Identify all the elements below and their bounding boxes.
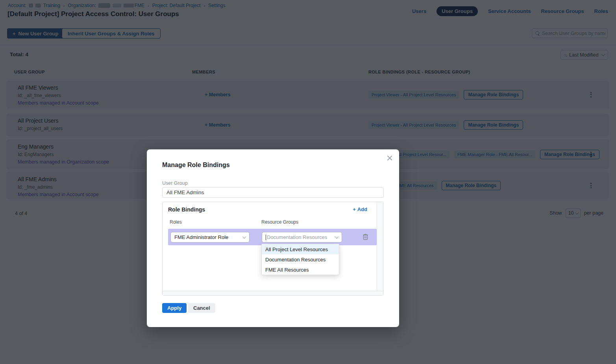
manage-role-bindings-modal: Manage Role Bindings User Group Role Bin… [147, 149, 399, 327]
dropdown-option[interactable]: FME All Resources [262, 265, 339, 275]
role-bindings-heading: Role Bindings [168, 206, 205, 213]
scrollbar-gutter-vertical[interactable] [377, 202, 383, 291]
resource-groups-column-label: Resource Groups [261, 219, 298, 225]
cancel-button[interactable]: Cancel [188, 303, 215, 313]
resource-group-combobox[interactable]: Documentation Resources [262, 232, 342, 243]
apply-button[interactable]: Apply [162, 303, 187, 313]
chevron-down-icon [242, 235, 246, 239]
role-binding-row-highlighted: FME Administrator Role Documentation Res… [168, 229, 377, 245]
user-group-label: User Group [162, 180, 188, 186]
add-label: Add [357, 206, 367, 212]
resource-group-combobox-value: Documentation Resources [267, 234, 335, 240]
add-role-binding-button[interactable]: + Add [353, 206, 367, 212]
user-group-field[interactable] [162, 187, 384, 198]
roles-column-label: Roles [170, 219, 182, 225]
modal-title: Manage Role Bindings [162, 162, 230, 169]
role-select-value: FME Administrator Role [174, 234, 243, 240]
chevron-down-icon [335, 235, 339, 239]
close-icon[interactable] [387, 155, 393, 161]
dropdown-option[interactable]: Documentation Resources [262, 254, 339, 265]
resource-group-dropdown: All Project Level Resources Documentatio… [261, 244, 339, 275]
text-cursor [266, 235, 266, 240]
plus-icon: + [353, 206, 356, 212]
role-bindings-panel: Role Bindings + Add Roles Resource Group… [162, 202, 383, 296]
scrollbar-gutter-horizontal[interactable] [163, 291, 383, 295]
trash-icon[interactable] [363, 233, 368, 240]
dropdown-option[interactable]: All Project Level Resources [262, 244, 339, 254]
page: Account: Training › Organization: FME › … [0, 0, 616, 364]
role-select[interactable]: FME Administrator Role [170, 232, 250, 243]
